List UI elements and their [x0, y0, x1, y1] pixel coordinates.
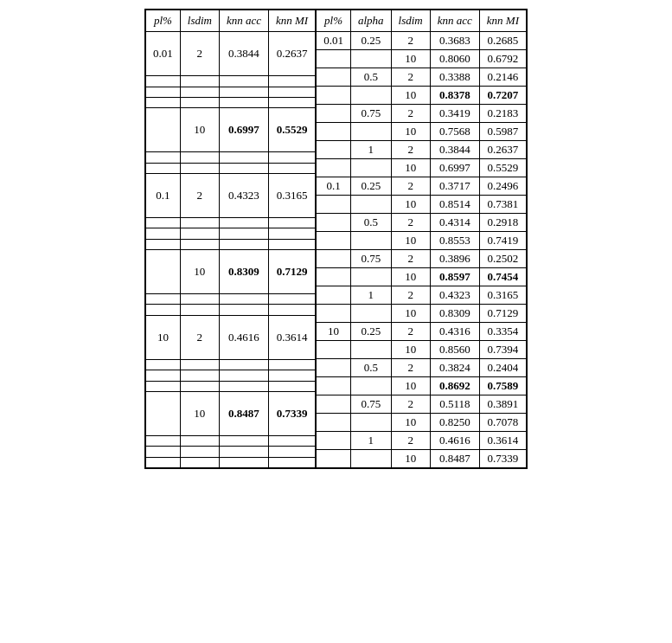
cell-knn_mi	[269, 87, 316, 97]
cell-knn_acc	[219, 239, 268, 249]
cell-pl	[146, 108, 181, 152]
cell-alpha: 1	[350, 432, 391, 450]
cell-knn_mi: 0.3354	[479, 323, 526, 341]
cell-pl	[146, 360, 181, 370]
cell-knn_mi: 0.5529	[479, 159, 526, 177]
table-row	[146, 97, 316, 107]
table-row: 120.46160.3614	[317, 432, 526, 450]
table-row: 100.85970.7454	[317, 268, 526, 286]
cell-lsdim: 2	[391, 395, 430, 414]
cell-pl	[146, 239, 181, 249]
cell-pl	[146, 163, 181, 173]
cell-lsdim: 10	[391, 377, 430, 395]
cell-pl	[146, 447, 181, 457]
cell-pl	[317, 432, 350, 450]
table-row: 100.85140.7381	[317, 196, 526, 214]
cell-lsdim: 2	[391, 323, 430, 341]
cell-lsdim: 10	[391, 414, 430, 432]
cell-knn_acc: 0.3896	[430, 250, 479, 268]
cell-pl	[317, 377, 350, 395]
cell-lsdim	[180, 360, 219, 370]
cell-knn_acc: 0.8514	[430, 196, 479, 214]
cell-alpha	[350, 159, 391, 177]
cell-pl	[146, 218, 181, 228]
table-row: 100.75680.5987	[317, 123, 526, 141]
cell-knn_mi: 0.2685	[479, 32, 526, 50]
table-row: 0.0120.38440.2637	[146, 32, 316, 76]
cell-knn_acc: 0.8250	[430, 414, 479, 432]
cell-lsdim: 10	[180, 391, 219, 435]
table-row	[146, 381, 316, 391]
cell-alpha	[350, 450, 391, 468]
cell-lsdim: 2	[180, 32, 219, 76]
cell-knn_acc: 0.8060	[430, 50, 479, 68]
cell-pl	[317, 305, 350, 323]
cell-lsdim: 10	[391, 268, 430, 286]
table-row: 0.010.2520.36830.2685	[317, 32, 526, 50]
cell-knn_acc: 0.8378	[430, 87, 479, 105]
cell-knn_acc: 0.8309	[430, 305, 479, 323]
table-row: 120.38440.2637	[317, 141, 526, 159]
cell-knn_acc	[219, 163, 268, 173]
cell-pl	[317, 68, 350, 87]
cell-knn_acc: 0.3717	[430, 177, 479, 196]
cell-lsdim	[180, 457, 219, 467]
table-row	[146, 228, 316, 239]
cell-lsdim: 10	[391, 50, 430, 68]
cell-pl: 0.1	[317, 177, 350, 196]
cell-lsdim	[180, 218, 219, 228]
cell-knn_mi	[269, 218, 316, 228]
cell-pl	[317, 214, 350, 232]
cell-pl	[317, 141, 350, 159]
cell-knn_mi	[269, 163, 316, 173]
cell-knn_acc: 0.8597	[430, 268, 479, 286]
cell-knn_mi	[269, 381, 316, 391]
cell-pl	[146, 87, 181, 97]
table-row: 0.7520.38960.2502	[317, 250, 526, 268]
left-col-knn-mi: knn MI	[269, 10, 316, 32]
cell-pl	[317, 414, 350, 432]
cell-alpha	[350, 268, 391, 286]
cell-knn_mi	[269, 447, 316, 457]
table-row: 100.82500.7078	[317, 414, 526, 432]
cell-lsdim	[180, 294, 219, 305]
cell-pl	[146, 370, 181, 381]
cell-knn_mi: 0.3165	[269, 173, 316, 217]
table-row	[146, 360, 316, 370]
cell-knn_acc	[219, 370, 268, 381]
cell-alpha: 0.5	[350, 359, 391, 377]
cell-pl	[146, 391, 181, 435]
cell-knn_mi	[269, 360, 316, 370]
cell-knn_mi: 0.7207	[479, 87, 526, 105]
cell-lsdim	[180, 152, 219, 163]
cell-knn_acc: 0.8487	[430, 450, 479, 468]
cell-knn_acc	[219, 76, 268, 87]
cell-knn_acc: 0.8309	[219, 249, 268, 293]
cell-knn_mi	[269, 294, 316, 305]
right-table: pl% alpha lsdim knn acc knn MI 0.010.252…	[317, 10, 527, 468]
cell-pl	[317, 395, 350, 414]
cell-knn_acc: 0.5118	[430, 395, 479, 414]
cell-pl	[317, 359, 350, 377]
cell-knn_mi: 0.7339	[479, 450, 526, 468]
table-row: 100.69970.5529	[317, 159, 526, 177]
cell-knn_acc: 0.3419	[430, 105, 479, 123]
cell-knn_acc	[219, 305, 268, 315]
table-row: 100.84870.7339	[317, 450, 526, 468]
cell-lsdim: 2	[391, 359, 430, 377]
cell-lsdim: 2	[180, 173, 219, 217]
cell-knn_mi	[269, 436, 316, 447]
cell-knn_acc: 0.3844	[219, 32, 268, 76]
cell-lsdim	[180, 381, 219, 391]
cell-knn_mi: 0.5987	[479, 123, 526, 141]
cell-knn_acc	[219, 152, 268, 163]
cell-knn_acc	[219, 360, 268, 370]
cell-lsdim	[180, 436, 219, 447]
cell-pl	[317, 341, 350, 359]
cell-pl	[146, 436, 181, 447]
cell-lsdim: 10	[180, 249, 219, 293]
cell-pl	[146, 249, 181, 293]
table-row: 100.83090.7129	[317, 305, 526, 323]
cell-knn_mi	[269, 97, 316, 107]
cell-knn_mi	[269, 228, 316, 239]
